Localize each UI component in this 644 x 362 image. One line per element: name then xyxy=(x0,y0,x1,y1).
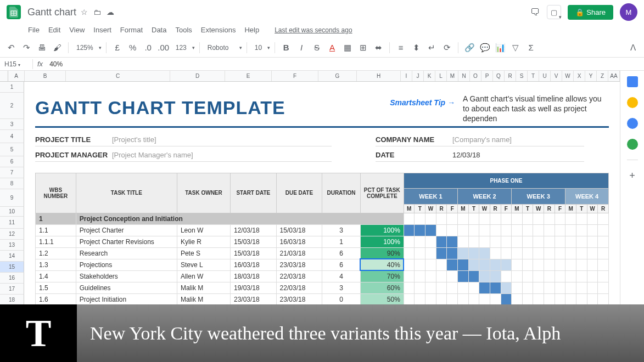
col-header[interactable]: T xyxy=(528,71,539,81)
row-header[interactable]: 10 xyxy=(0,207,24,217)
col-header[interactable]: I xyxy=(401,71,412,81)
row-header[interactable]: 15 xyxy=(0,262,24,273)
comment-history-icon[interactable]: 🗨 xyxy=(530,7,540,18)
row-header[interactable]: 8 xyxy=(0,178,24,189)
menu-file[interactable]: File xyxy=(24,24,43,36)
menu-tools[interactable]: Tools xyxy=(171,24,195,36)
menu-view[interactable]: View xyxy=(65,24,88,36)
zoom-select[interactable]: 125% xyxy=(73,44,97,52)
dec-decrease-icon[interactable]: .0 xyxy=(142,41,155,54)
table-row[interactable]: 1.4StakeholdersAllen W18/03/1822/03/1847… xyxy=(36,270,609,282)
table-row[interactable]: 1.5GuidelinesMalik M19/03/1822/03/18360% xyxy=(36,282,609,293)
table-row[interactable]: 1.2ResearchPete S15/03/1821/03/18690% xyxy=(36,247,609,259)
col-header[interactable]: U xyxy=(539,71,551,81)
font-size[interactable]: 10 xyxy=(251,44,265,52)
col-header[interactable]: F xyxy=(272,71,318,81)
select-all-corner[interactable] xyxy=(0,71,8,81)
table-row[interactable]: 1.1.1Project Charter RevisionsKylie R15/… xyxy=(36,236,609,247)
gantt-table[interactable]: WBS NUMBERTASK TITLETASK OWNERSTART DATE… xyxy=(35,173,609,306)
col-header[interactable]: S xyxy=(516,71,528,81)
star-icon[interactable]: ☆ xyxy=(81,8,88,16)
col-header[interactable]: H xyxy=(357,71,401,81)
italic-icon[interactable]: I xyxy=(295,41,308,54)
collapse-toolbar-icon[interactable]: ᐱ xyxy=(626,41,640,54)
last-edit-link[interactable]: Last edit was seconds ago xyxy=(271,25,356,36)
percent-icon[interactable]: % xyxy=(126,41,139,54)
tasks-icon[interactable] xyxy=(627,118,638,129)
row-header[interactable]: 9 xyxy=(0,189,24,207)
menu-data[interactable]: Data xyxy=(148,24,170,36)
col-header[interactable]: C xyxy=(66,71,170,81)
col-header[interactable]: AA xyxy=(608,71,620,81)
font-select[interactable]: Roboto xyxy=(204,44,237,52)
comment-icon[interactable]: 💬 xyxy=(478,41,491,54)
keep-icon[interactable] xyxy=(627,97,638,108)
row-header[interactable]: 14 xyxy=(0,251,24,262)
menu-help[interactable]: Help xyxy=(240,24,263,36)
move-icon[interactable]: 🗀 xyxy=(93,8,101,16)
row-header[interactable]: 7 xyxy=(0,167,24,178)
col-header[interactable]: M xyxy=(447,71,458,81)
row-header[interactable]: 2 xyxy=(0,93,24,119)
col-header[interactable]: D xyxy=(170,71,225,81)
col-header[interactable]: K xyxy=(424,71,435,81)
formula-input[interactable]: 40% xyxy=(47,60,65,68)
col-header[interactable]: P xyxy=(481,71,493,81)
col-header[interactable]: O xyxy=(470,71,481,81)
col-header[interactable]: N xyxy=(458,71,470,81)
menu-edit[interactable]: Edit xyxy=(44,24,64,36)
table-row[interactable]: 1.6Project InitiationMalik M23/03/1823/0… xyxy=(36,293,609,305)
cloud-icon[interactable]: ☁ xyxy=(107,8,114,16)
borders-icon[interactable]: ⊞ xyxy=(356,41,369,54)
text-color-icon[interactable]: A xyxy=(326,41,339,54)
row-header[interactable]: 3 xyxy=(0,119,24,130)
dec-increase-icon[interactable]: .00 xyxy=(157,41,170,54)
print-icon[interactable]: 🖶 xyxy=(35,41,48,54)
menu-extensions[interactable]: Extensions xyxy=(197,24,240,36)
row-header[interactable]: 16 xyxy=(0,273,24,284)
row-header[interactable]: 12 xyxy=(0,229,24,240)
col-header[interactable]: Y xyxy=(585,71,597,81)
bold-icon[interactable]: B xyxy=(279,41,293,54)
col-header[interactable]: B xyxy=(25,71,66,81)
undo-icon[interactable]: ↶ xyxy=(4,41,18,54)
wrap-icon[interactable]: ↵ xyxy=(425,41,438,54)
table-row[interactable]: 1.1Project CharterLeon W12/03/1815/03/18… xyxy=(36,224,609,236)
col-header[interactable]: R xyxy=(505,71,516,81)
present-icon[interactable]: ▢▾ xyxy=(547,5,561,19)
col-header[interactable]: X xyxy=(574,71,585,81)
halign-icon[interactable]: ≡ xyxy=(394,41,407,54)
chart-icon[interactable]: 📊 xyxy=(494,41,507,54)
valign-icon[interactable]: ⬍ xyxy=(410,41,423,54)
col-header[interactable]: Q xyxy=(493,71,505,81)
col-header[interactable]: L xyxy=(435,71,447,81)
col-header[interactable]: E xyxy=(225,71,272,81)
filter-icon[interactable]: ▽ xyxy=(509,41,522,54)
row-header[interactable]: 11 xyxy=(0,217,24,229)
col-header[interactable]: Z xyxy=(597,71,608,81)
menu-format[interactable]: Format xyxy=(116,24,147,36)
number-format[interactable]: 123 xyxy=(172,44,190,52)
row-header[interactable]: 4 xyxy=(0,130,24,143)
redo-icon[interactable]: ↷ xyxy=(20,41,33,54)
row-header[interactable]: 1 xyxy=(0,82,24,93)
add-panel-icon[interactable]: + xyxy=(627,170,638,181)
functions-icon[interactable]: Σ xyxy=(524,41,537,54)
menu-insert[interactable]: Insert xyxy=(89,24,115,36)
row-header[interactable]: 17 xyxy=(0,284,24,295)
date-value[interactable]: 12/03/18 xyxy=(452,151,480,159)
sheets-logo-icon[interactable] xyxy=(7,5,21,19)
name-box[interactable]: H15 ▾ xyxy=(0,59,33,69)
project-title-value[interactable]: [Project's title] xyxy=(112,135,156,144)
paint-format-icon[interactable]: 🖌 xyxy=(51,41,64,54)
account-avatar[interactable]: M xyxy=(620,3,637,21)
currency-icon[interactable]: £ xyxy=(111,41,124,54)
col-header[interactable]: V xyxy=(551,71,562,81)
company-value[interactable]: [Company's name] xyxy=(452,135,512,144)
smartsheet-tip-link[interactable]: Smartsheet Tip → xyxy=(390,87,455,107)
sheet-content[interactable]: GANTT CHART TEMPLATE Smartsheet Tip → A … xyxy=(24,82,620,306)
col-header[interactable]: A xyxy=(8,71,25,81)
row-header[interactable]: 13 xyxy=(0,240,24,251)
share-button[interactable]: 🔒Share xyxy=(568,5,613,20)
doc-title[interactable]: Gantt chart xyxy=(27,7,76,18)
